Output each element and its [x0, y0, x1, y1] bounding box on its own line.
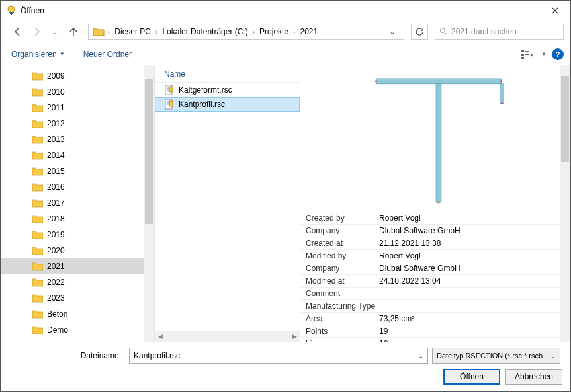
tree-item[interactable]: 2012 [1, 116, 154, 132]
help-button[interactable]: ? [552, 48, 564, 60]
file-list[interactable]: Name Kaltgeformt.rscKantprofil.rsc ◀▶ [154, 65, 300, 342]
tree-item[interactable]: 2013 [1, 132, 154, 147]
dialog-footer: Dateiname: Kantprofil.rsc ⌄ Dateityp RSE… [1, 342, 570, 391]
svg-rect-5 [525, 54, 529, 55]
tree-item[interactable]: 2016 [1, 179, 154, 195]
breadcrumb-item[interactable]: Lokaler Datenträger (C:) [159, 27, 250, 36]
tree-item[interactable]: 2014 [1, 147, 154, 163]
property-label: Lines [300, 339, 376, 342]
filetype-select[interactable]: Dateityp RSECTION (*.rsc *.rscb ⌄ [432, 348, 560, 364]
breadcrumb-item[interactable]: Projekte [257, 27, 291, 36]
navbar: ⌄ › Dieser PC › Lokaler Datenträger (C:)… [1, 20, 570, 43]
up-button[interactable] [66, 24, 81, 40]
organize-button[interactable]: Organisieren ▼ [7, 47, 69, 61]
chevron-down-icon[interactable]: ⌄ [418, 352, 423, 360]
scrollbar[interactable] [560, 65, 570, 342]
property-row: Modified byRobert Vogl [300, 250, 570, 262]
svg-point-15 [375, 80, 377, 82]
tree-item[interactable]: 2022 [1, 274, 154, 290]
folder-icon [32, 71, 43, 81]
recent-dropdown[interactable]: ⌄ [47, 24, 63, 40]
file-row[interactable]: Kantprofil.rsc [155, 97, 300, 112]
tree-item[interactable]: 2009 [1, 68, 154, 84]
filename-input[interactable]: Kantprofil.rsc ⌄ [129, 348, 428, 364]
tree-item[interactable]: 2017 [1, 195, 154, 211]
tree-item[interactable]: Beton [1, 306, 154, 322]
property-row: CompanyDlubal Software GmbH [300, 225, 570, 237]
column-header-name[interactable]: Name [155, 65, 300, 83]
folder-icon [32, 198, 43, 208]
svg-point-16 [500, 80, 502, 82]
toolbar: Organisieren ▼ Neuer Ordner ▼ ? [1, 43, 570, 65]
property-row: Manufacturing Type [300, 300, 570, 313]
property-row: Area73,25 cm² [300, 313, 570, 325]
tree-item-label: 2014 [47, 151, 65, 160]
property-value: 19 [376, 327, 388, 336]
folder-icon [32, 167, 43, 176]
property-row: CompanyDlubal Software GmbH [300, 262, 570, 275]
svg-rect-7 [525, 58, 529, 58]
breadcrumb-item[interactable]: 2021 [297, 27, 320, 36]
file-row[interactable]: Kaltgeformt.rsc [155, 83, 300, 97]
breadcrumb-item[interactable]: Dieser PC [112, 27, 154, 36]
search-input[interactable]: 2021 durchsuchen [435, 24, 564, 40]
tree-item-label: 2017 [47, 198, 65, 208]
property-label: Modified by [300, 251, 376, 260]
scrollbar[interactable] [144, 65, 154, 342]
breadcrumb[interactable]: › Dieser PC › Lokaler Datenträger (C:) ›… [88, 24, 404, 40]
property-row: Comment [300, 288, 570, 300]
property-value: 21.12.2021 13:38 [376, 239, 441, 248]
scrollbar-horizontal[interactable]: ◀▶ [155, 331, 300, 342]
tree-item[interactable]: 2018 [1, 211, 154, 227]
open-dialog: Öffnen ⌄ › Dieser PC › Lokaler Datenträg… [0, 0, 571, 392]
property-value: Robert Vogl [376, 251, 421, 260]
forward-button[interactable] [28, 24, 44, 40]
folder-tree[interactable]: 2009201020112012201320142015201620172018… [1, 65, 154, 342]
tree-item[interactable]: 2011 [1, 100, 154, 116]
folder-icon [32, 294, 43, 303]
folder-icon [32, 182, 43, 192]
search-icon [439, 27, 447, 37]
property-label: Company [300, 226, 376, 235]
property-label: Comment [300, 289, 376, 298]
cancel-button[interactable]: Abbrechen [505, 369, 562, 385]
chevron-right-icon: › [292, 28, 296, 36]
property-row: Created at21.12.2021 13:38 [300, 237, 570, 250]
property-label: Area [300, 314, 376, 323]
svg-point-17 [437, 202, 439, 204]
tree-item[interactable]: 2021 [1, 258, 154, 274]
filetype-value: Dateityp RSECTION (*.rsc *.rscb [437, 352, 543, 360]
breadcrumb-dropdown[interactable]: ⌄ [384, 27, 401, 36]
app-icon [6, 5, 17, 16]
tree-item[interactable]: 2023 [1, 290, 154, 306]
tree-item[interactable]: 2015 [1, 163, 154, 179]
new-folder-button[interactable]: Neuer Ordner [79, 47, 136, 61]
back-button[interactable] [10, 24, 26, 40]
property-value: 73,25 cm² [376, 314, 414, 323]
view-options-button[interactable] [519, 48, 536, 61]
folder-icon [32, 325, 43, 334]
tree-item[interactable]: 2019 [1, 227, 154, 243]
property-row: Lines12 [300, 338, 570, 342]
folder-icon [32, 262, 43, 271]
filename-label: Dateiname: [7, 351, 125, 360]
file-icon [164, 85, 175, 95]
svg-rect-6 [521, 57, 524, 59]
property-label: Modified at [300, 276, 376, 286]
tree-item[interactable]: 2010 [1, 84, 154, 100]
tree-item[interactable]: Demo [1, 322, 154, 338]
folder-icon [32, 87, 43, 97]
open-button[interactable]: Öffnen [443, 369, 500, 385]
search-placeholder: 2021 durchsuchen [451, 27, 517, 36]
close-button[interactable] [540, 1, 570, 20]
properties-table: Created byRobert VoglCompanyDlubal Softw… [300, 212, 570, 342]
refresh-button[interactable] [411, 24, 428, 40]
tree-item[interactable]: 2020 [1, 243, 154, 258]
titlebar: Öffnen [1, 1, 570, 20]
folder-icon [32, 309, 43, 319]
file-name: Kantprofil.rsc [179, 100, 225, 109]
tree-item-label: Demo [47, 325, 68, 334]
svg-rect-12 [376, 79, 501, 84]
property-row: Modified at24.10.2022 13:04 [300, 275, 570, 288]
chevron-down-icon[interactable]: ▼ [541, 51, 547, 57]
